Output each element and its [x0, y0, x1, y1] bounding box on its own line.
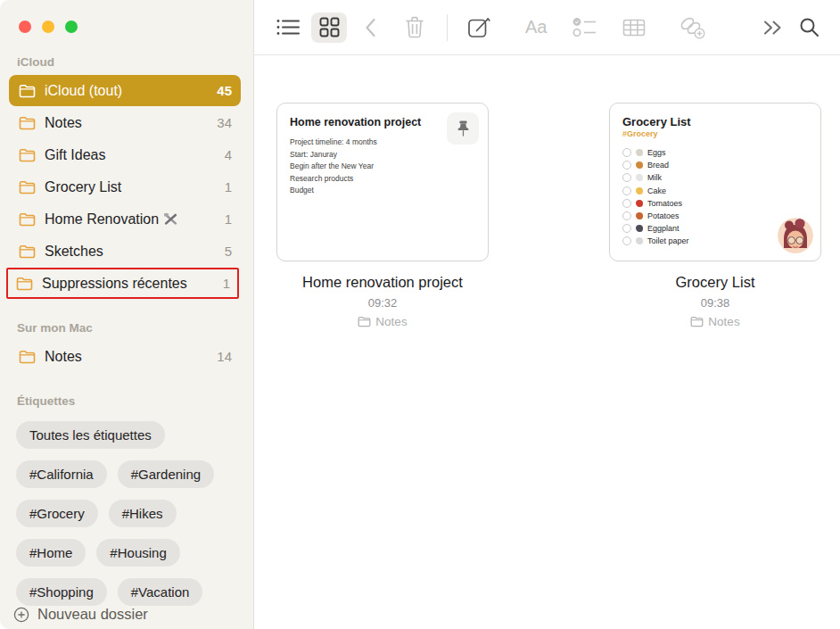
gallery-view-icon [319, 17, 340, 37]
checklist-item-label: Potatoes [647, 211, 679, 220]
sidebar-item-label: Sketches [45, 244, 103, 260]
note-item-home-renovation: Home renovation project Project timeline… [276, 103, 489, 328]
add-link-button[interactable] [678, 15, 705, 39]
search-button[interactable] [798, 16, 820, 38]
sidebar-item-home-renovation[interactable]: Home Renovation 1 [9, 203, 241, 235]
sidebar-item-count: 1 [225, 211, 232, 227]
notes-app-window: iCloud iCloud (tout) 45 Notes 34 Gift Id… [0, 0, 840, 629]
notes-gallery: Home renovation project Project timeline… [254, 55, 840, 629]
note-card-tag: #Grocery [622, 129, 808, 138]
checkbox-circle[interactable] [622, 211, 631, 220]
note-card-title: Grocery List [622, 115, 808, 128]
checklist-item: Eggs [622, 148, 808, 157]
sidebar-item-suppressions-r-centes[interactable]: Suppressions récentes 1 [6, 268, 239, 299]
sidebar-item-icloud-tout[interactable]: iCloud (tout) 45 [9, 75, 241, 106]
note-title: Home renovation project [276, 274, 489, 291]
more-chevrons-icon [762, 20, 783, 36]
checklist-item-label: Eggplant [647, 224, 679, 233]
checkbox-circle[interactable] [622, 148, 631, 157]
sidebar-item-notes[interactable]: Notes 14 [9, 341, 241, 372]
note-folder-label: Notes [708, 315, 739, 328]
sidebar-item-grocery-list[interactable]: Grocery List 1 [9, 171, 241, 203]
gallery-view-button[interactable] [311, 12, 347, 43]
note-title: Grocery List [609, 274, 821, 291]
list-view-button[interactable] [276, 18, 301, 37]
folder-icon [358, 316, 371, 327]
sidebar-item-count: 1 [225, 179, 232, 194]
sidebar-item-count: 4 [225, 147, 232, 162]
checkbox-circle[interactable] [622, 161, 631, 170]
note-card-home-renovation[interactable]: Home renovation project Project timeline… [276, 103, 489, 261]
pin-button[interactable] [447, 112, 479, 145]
memoji-avatar [778, 218, 813, 253]
table-icon [622, 18, 646, 37]
sidebar-item-count: 14 [217, 349, 232, 364]
tags-list: Toutes les étiquettes #California #Garde… [0, 414, 253, 606]
sidebar-item-label: Notes [45, 349, 82, 365]
table-button[interactable] [622, 18, 646, 37]
sidebar-section-label-tags: Étiquettes [17, 394, 253, 408]
note-folder-label: Notes [375, 315, 407, 328]
sidebar-item-count: 45 [217, 83, 232, 98]
note-body-line: Begin after the New Year [290, 161, 475, 173]
checkbox-circle[interactable] [622, 224, 631, 233]
tomato-emoji [636, 200, 643, 207]
tag-pill-hikes[interactable]: #Hikes [109, 500, 177, 527]
close-button[interactable] [19, 21, 31, 33]
sidebar-item-gift-ideas[interactable]: Gift Ideas 4 [9, 139, 241, 170]
sidebar-item-sketches[interactable]: Sketches 5 [9, 236, 241, 267]
sidebar-section-label-on-my-mac: Sur mon Mac [17, 321, 253, 335]
tag-pill-home[interactable]: #Home [16, 539, 86, 567]
tag-pill-grocery[interactable]: #Grocery [16, 500, 98, 527]
minimize-button[interactable] [42, 21, 54, 33]
checklist-item-label: Cake [647, 186, 666, 195]
checkbox-circle[interactable] [622, 199, 631, 208]
eggplant-emoji [636, 225, 643, 232]
tag-pill-toutes-les-tiquettes[interactable]: Toutes les étiquettes [16, 421, 165, 449]
toolbar-overflow-button[interactable] [762, 20, 783, 36]
toolbar: Aa [254, 0, 840, 55]
tag-pill-california[interactable]: #California [16, 460, 107, 488]
note-card-grocery-list[interactable]: Grocery List #Grocery Eggs Bread Milk Ca… [609, 103, 821, 261]
sidebar-item-notes[interactable]: Notes 34 [9, 107, 241, 138]
tag-pill-housing[interactable]: #Housing [96, 539, 179, 567]
delete-note-button[interactable] [404, 15, 425, 39]
tag-pill-vacation[interactable]: #Vacation [118, 578, 203, 606]
folder-icon [16, 277, 33, 291]
cake-emoji [636, 187, 643, 194]
note-body-line: Budget [290, 185, 475, 197]
sidebar-item-label: Notes [45, 115, 82, 131]
note-caption: Home renovation project 09:32 Notes [276, 274, 489, 328]
sidebar-item-label: Suppressions récentes [42, 276, 187, 292]
folder-icon [19, 350, 36, 364]
tag-pill-gardening[interactable]: #Gardening [118, 460, 214, 488]
checklist-item-label: Eggs [647, 148, 666, 157]
zoom-button[interactable] [65, 21, 78, 33]
checkbox-circle[interactable] [622, 186, 631, 195]
toilet-paper-emoji [636, 237, 643, 244]
folder-icon [19, 180, 36, 194]
checklist-button[interactable] [572, 17, 597, 38]
note-folder: Notes [609, 315, 821, 328]
circle-plus-icon [13, 607, 29, 623]
note-card-body: Project timeline: 4 months Start: Janura… [290, 137, 475, 197]
note-body-line: Start: Januray [290, 149, 475, 161]
milk-emoji [636, 174, 643, 181]
new-note-button[interactable] [467, 16, 491, 39]
sidebar-section-label-icloud: iCloud [17, 55, 253, 69]
back-button[interactable] [364, 17, 376, 38]
format-button[interactable]: Aa [525, 17, 547, 37]
sidebar-item-label: Gift Ideas [45, 147, 105, 163]
tag-pill-shopping[interactable]: #Shopping [16, 578, 107, 606]
sidebar-item-count: 1 [223, 276, 230, 291]
sidebar-item-label: Home Renovation [45, 211, 159, 228]
egg-emoji [636, 149, 643, 156]
sidebar-item-label: Grocery List [45, 179, 121, 195]
main-area: Aa [254, 0, 840, 629]
checkbox-circle[interactable] [622, 173, 631, 182]
window-controls [0, 0, 253, 33]
checkbox-circle[interactable] [622, 236, 631, 245]
checklist-item-label: Tomatoes [647, 199, 682, 208]
note-folder: Notes [276, 315, 489, 328]
new-folder-button[interactable]: Nouveau dossier [13, 606, 148, 623]
